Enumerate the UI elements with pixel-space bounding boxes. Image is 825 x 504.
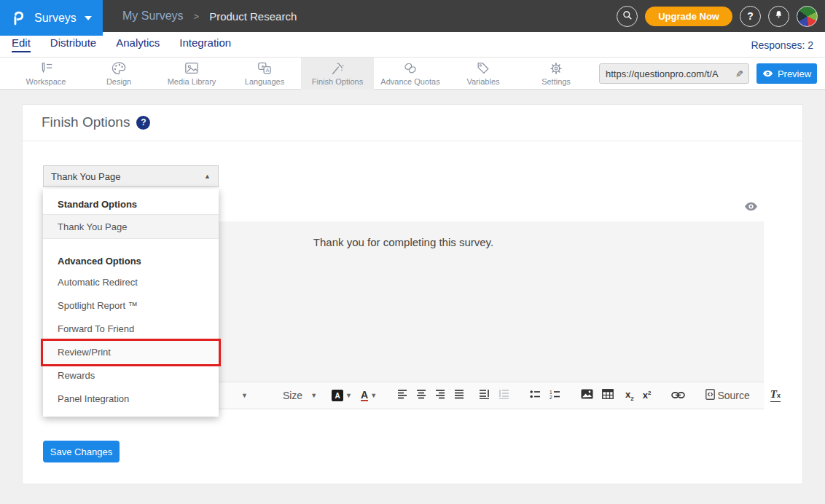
superscript-icon: x2 [643,390,652,401]
app-window: My Surveys > Product Research Upgrade No… [0,0,825,504]
menu-item-review-print[interactable]: Review/Print [43,341,219,364]
editor-preview-toggle[interactable] [744,201,758,214]
align-left-button[interactable] [397,389,407,402]
thank-you-message: Thank you for completing this survey. [313,236,493,382]
chevron-up-icon: ▲ [204,173,211,180]
advance-quotas-icon [402,61,418,76]
link-icon [671,389,685,402]
indent-button[interactable] [479,389,490,402]
languages-icon: ✶A [257,61,273,76]
nav-row: Edit Distribute Analytics Integration Re… [0,32,825,58]
text-color-icon: A [361,390,368,401]
menu-group-advanced-options: Advanced Options [43,252,219,271]
image-icon [581,389,593,402]
toolbar-item-media-library[interactable]: Media Library [155,58,228,90]
insert-image-button[interactable] [581,389,593,402]
user-avatar[interactable] [797,6,818,27]
search-button[interactable] [617,6,638,27]
svg-text:A: A [265,67,269,74]
breadcrumb-current: Product Research [209,10,297,23]
numbered-list-button[interactable]: 12 [550,389,560,402]
align-left-icon [397,389,407,402]
insert-link-button[interactable] [671,389,685,402]
align-justify-button[interactable] [454,389,464,402]
top-bar: My Surveys > Product Research Upgrade No… [0,0,825,32]
indent-icon [479,389,490,402]
edit-url-icon[interactable]: ✎ [730,68,748,79]
eye-icon [744,201,758,214]
page-help-icon[interactable]: ? [136,116,150,130]
subscript-button[interactable]: x2 [625,389,634,402]
media-library-icon [184,61,200,76]
remove-format-icon: Tx [770,389,781,402]
chevron-down-icon [85,16,92,20]
insert-table-button[interactable] [602,389,614,402]
background-color-button[interactable]: A ▼ [332,390,352,401]
finish-option-select[interactable]: Thank You Page ▲ [43,165,219,187]
notifications-button[interactable] [768,6,789,27]
tab-integration[interactable]: Integration [179,36,231,52]
finish-option-menu: Standard Options Thank You Page Advanced… [43,189,219,417]
svg-text:1: 1 [550,390,552,395]
finish-option-selected-value: Thank You Page [51,171,120,182]
design-icon [111,61,127,76]
numbered-list-icon: 12 [550,389,560,402]
help-button[interactable]: ? [740,6,761,27]
source-button[interactable]: Source [705,389,749,403]
responses-count[interactable]: Responses: 2 [751,32,813,58]
source-icon [705,389,715,403]
align-right-button[interactable] [435,389,445,402]
tab-edit[interactable]: Edit [12,36,31,52]
menu-item-panel-integration[interactable]: Panel Integration [43,387,219,411]
product-menu[interactable]: Surveys [0,0,103,36]
preview-button[interactable]: Preview [756,63,817,84]
workspace-icon [38,61,54,76]
toolbar-item-workspace[interactable]: Workspace [9,58,82,90]
toolbar-item-variables[interactable]: Variables [447,58,520,90]
menu-item-automatic-redirect[interactable]: Automatic Redirect [43,271,219,294]
search-icon [622,9,633,23]
format-dropdown-caret[interactable]: ▼ [241,392,248,399]
svg-text:2: 2 [550,395,552,400]
align-center-button[interactable] [416,389,426,402]
bullet-list-button[interactable] [530,389,541,402]
toolbar-item-languages[interactable]: ✶A Languages [228,58,301,90]
remove-format-button[interactable]: Tx [770,389,781,402]
subscript-icon: x2 [625,389,634,402]
size-dropdown[interactable]: Size ▼ [283,390,317,401]
questionpro-logo-icon [10,9,28,28]
toolbar-item-design[interactable]: Design [82,58,155,90]
page-title: Finish Options [42,114,130,130]
text-color-button[interactable]: A ▼ [361,390,377,401]
variables-icon [475,61,491,76]
survey-url-field[interactable]: https://questionpro.com/t/A ✎ [599,63,749,84]
menu-item-forward-to-friend[interactable]: Forward To Friend [43,318,219,341]
tab-distribute[interactable]: Distribute [50,36,96,52]
toolbar-item-settings[interactable]: Settings [520,58,593,90]
breadcrumb-my-surveys[interactable]: My Surveys [122,9,184,23]
upgrade-now-button[interactable]: Upgrade Now [645,7,732,26]
table-icon [602,389,614,402]
tab-analytics[interactable]: Analytics [116,36,160,52]
finish-options-panel: Finish Options ? Thank you for completin… [22,104,803,484]
outdent-button[interactable] [498,389,509,402]
eye-icon [762,68,773,79]
toolbar-item-finish-options[interactable]: Finish Options [301,58,374,90]
menu-item-rewards[interactable]: Rewards [43,364,219,387]
menu-item-spotlight-report[interactable]: Spotlight Report ™ [43,294,219,318]
outdent-icon [498,389,509,402]
align-center-icon [416,389,426,402]
save-changes-button[interactable]: Save Changes [43,441,120,462]
menu-item-thank-you-page[interactable]: Thank You Page [43,214,219,239]
product-menu-label: Surveys [34,12,77,25]
superscript-button[interactable]: x2 [643,390,652,401]
settings-icon [548,61,564,76]
finish-options-icon [329,61,345,76]
menu-group-standard-options: Standard Options [43,195,219,214]
menu-group-gap [43,239,219,252]
toolbar-item-advance-quotas[interactable]: Advance Quotas [374,58,447,90]
edit-toolbar: Workspace Design Media Library ✶A Langua… [0,58,825,90]
bullet-list-icon [530,389,541,402]
breadcrumb: My Surveys > Product Research [122,0,297,32]
align-right-icon [435,389,445,402]
